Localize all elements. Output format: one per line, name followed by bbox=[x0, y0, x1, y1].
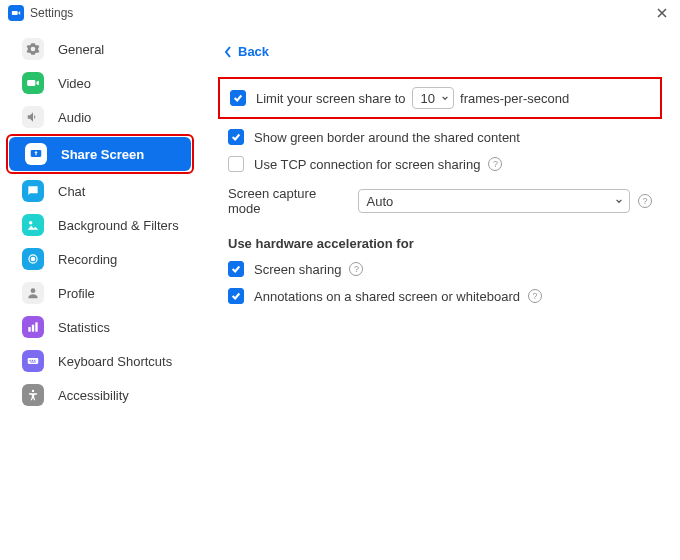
capture-mode-select[interactable]: Auto bbox=[358, 189, 630, 213]
sidebar-item-audio[interactable]: Audio bbox=[6, 100, 194, 134]
hw-accel-heading: Use hardware acceleration for bbox=[228, 236, 662, 251]
hw-annotations-row: Annotations on a shared screen or whiteb… bbox=[218, 284, 662, 308]
sidebar-item-accessibility[interactable]: Accessibility bbox=[6, 378, 194, 412]
back-button[interactable]: Back bbox=[224, 44, 269, 59]
svg-point-4 bbox=[31, 288, 36, 293]
sidebar-item-statistics[interactable]: Statistics bbox=[6, 310, 194, 344]
sidebar-item-label: Video bbox=[58, 76, 91, 91]
svg-point-1 bbox=[29, 221, 33, 225]
green-border-checkbox[interactable] bbox=[228, 129, 244, 145]
sidebar-item-label: Accessibility bbox=[58, 388, 129, 403]
statistics-icon bbox=[22, 316, 44, 338]
help-icon[interactable]: ? bbox=[528, 289, 542, 303]
audio-icon bbox=[22, 106, 44, 128]
capture-mode-label: Screen capture mode bbox=[228, 186, 350, 216]
sidebar-item-profile[interactable]: Profile bbox=[6, 276, 194, 310]
svg-rect-12 bbox=[30, 362, 36, 363]
limit-fps-value: 10 bbox=[421, 91, 435, 106]
sidebar-item-label: General bbox=[58, 42, 104, 57]
capture-mode-value: Auto bbox=[367, 194, 394, 209]
sidebar: General Video Audio Share Screen Chat bbox=[0, 26, 200, 560]
svg-rect-5 bbox=[28, 327, 30, 332]
limit-fps-checkbox[interactable] bbox=[230, 90, 246, 106]
keyboard-icon bbox=[22, 350, 44, 372]
help-icon[interactable]: ? bbox=[349, 262, 363, 276]
sidebar-item-video[interactable]: Video bbox=[6, 66, 194, 100]
svg-rect-6 bbox=[32, 325, 34, 332]
close-button[interactable] bbox=[652, 3, 672, 23]
recording-icon bbox=[22, 248, 44, 270]
titlebar: Settings bbox=[0, 0, 680, 26]
hw-screen-sharing-label: Screen sharing bbox=[254, 262, 341, 277]
gear-icon bbox=[22, 38, 44, 60]
tcp-label: Use TCP connection for screen sharing bbox=[254, 157, 480, 172]
profile-icon bbox=[22, 282, 44, 304]
limit-fps-label-post: frames-per-second bbox=[460, 91, 569, 106]
green-border-label: Show green border around the shared cont… bbox=[254, 130, 520, 145]
tcp-checkbox[interactable] bbox=[228, 156, 244, 172]
sidebar-item-label: Share Screen bbox=[61, 147, 144, 162]
help-icon[interactable]: ? bbox=[488, 157, 502, 171]
hw-screen-sharing-checkbox[interactable] bbox=[228, 261, 244, 277]
limit-fps-label-pre: Limit your screen share to bbox=[256, 91, 406, 106]
hw-annotations-checkbox[interactable] bbox=[228, 288, 244, 304]
limit-fps-row-highlight: Limit your screen share to 10 frames-per… bbox=[218, 77, 662, 119]
video-icon bbox=[22, 72, 44, 94]
sidebar-item-label: Chat bbox=[58, 184, 85, 199]
sidebar-item-label: Keyboard Shortcuts bbox=[58, 354, 172, 369]
background-filters-icon bbox=[22, 214, 44, 236]
green-border-row: Show green border around the shared cont… bbox=[218, 125, 662, 149]
back-label: Back bbox=[238, 44, 269, 59]
sidebar-item-share-screen[interactable]: Share Screen bbox=[9, 137, 191, 171]
sidebar-item-chat[interactable]: Chat bbox=[6, 174, 194, 208]
svg-rect-10 bbox=[32, 360, 33, 361]
svg-point-13 bbox=[32, 390, 34, 392]
limit-fps-select[interactable]: 10 bbox=[412, 87, 454, 109]
sidebar-item-label: Profile bbox=[58, 286, 95, 301]
chat-icon bbox=[22, 180, 44, 202]
svg-rect-7 bbox=[35, 322, 37, 331]
content-panel: Back Limit your screen share to 10 frame… bbox=[200, 26, 680, 560]
tcp-row: Use TCP connection for screen sharing ? bbox=[218, 152, 662, 176]
chevron-down-icon bbox=[441, 91, 449, 106]
sidebar-item-label: Background & Filters bbox=[58, 218, 179, 233]
svg-rect-11 bbox=[34, 360, 35, 361]
svg-rect-9 bbox=[30, 360, 31, 361]
sidebar-item-background-filters[interactable]: Background & Filters bbox=[6, 208, 194, 242]
sidebar-item-keyboard-shortcuts[interactable]: Keyboard Shortcuts bbox=[6, 344, 194, 378]
hw-annotations-label: Annotations on a shared screen or whiteb… bbox=[254, 289, 520, 304]
capture-mode-row: Screen capture mode Auto ? bbox=[218, 182, 662, 220]
sidebar-item-label: Statistics bbox=[58, 320, 110, 335]
sidebar-item-label: Recording bbox=[58, 252, 117, 267]
sidebar-item-recording[interactable]: Recording bbox=[6, 242, 194, 276]
help-icon[interactable]: ? bbox=[638, 194, 652, 208]
hw-screen-sharing-row: Screen sharing ? bbox=[218, 257, 662, 281]
app-icon bbox=[8, 5, 24, 21]
accessibility-icon bbox=[22, 384, 44, 406]
chevron-down-icon bbox=[615, 194, 623, 209]
window-title: Settings bbox=[30, 6, 73, 20]
share-screen-icon bbox=[25, 143, 47, 165]
sidebar-item-general[interactable]: General bbox=[6, 32, 194, 66]
sidebar-item-label: Audio bbox=[58, 110, 91, 125]
svg-point-3 bbox=[31, 257, 35, 261]
